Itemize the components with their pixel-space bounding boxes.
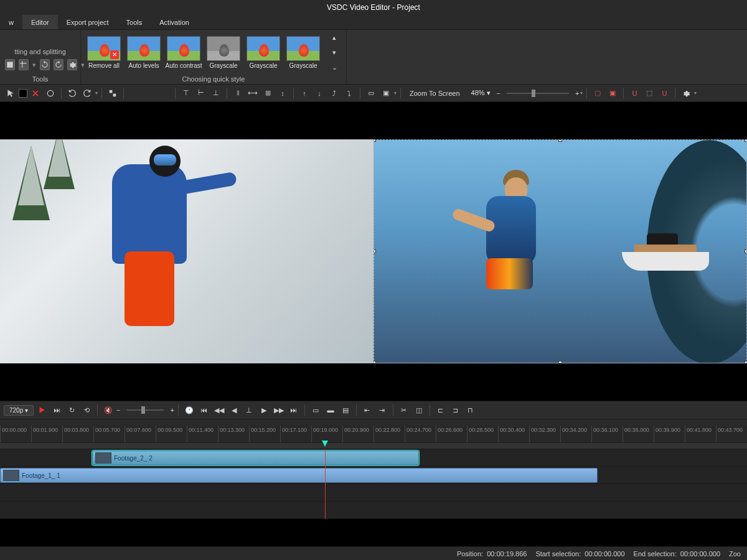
ruler-band[interactable] [0,443,747,449]
align-group-icon[interactable] [106,86,120,100]
crop-tool-icon[interactable] [19,59,29,70]
send-back-icon[interactable]: ⤵ [342,86,356,100]
track-2[interactable] [0,484,747,502]
tl-crop-icon[interactable]: ◫ [412,403,426,417]
ruler-tick: 00:19.000 [311,426,342,442]
clip-footage-1[interactable]: Footage_1_ 1 [0,468,598,483]
align-bottom-icon[interactable]: ⊥ [209,86,223,100]
style-remove-all[interactable]: ✕ Remove all [86,36,122,69]
timeline-tracks[interactable]: Footage_2_ 2 Footage_1_ 1 [0,449,747,519]
arrow-up-icon[interactable]: ↑ [298,86,311,100]
undo-icon[interactable] [65,86,79,100]
preview-clip-left [0,139,374,363]
link-icon[interactable]: ⊐ [449,403,463,417]
track-0[interactable]: Footage_2_ 2 [0,449,747,467]
align-left-icon[interactable] [128,86,141,100]
redo-icon[interactable] [80,86,94,100]
fit-width-icon[interactable]: ⟷ [246,86,260,100]
step-back-icon[interactable]: ◀◀ [212,403,226,417]
tl-view1-icon[interactable]: ▭ [309,403,322,417]
snap-icon[interactable]: ⊏ [434,403,448,417]
distribute-h-icon[interactable]: ⫴ [231,86,245,100]
zoom-value[interactable]: 48% ▾ [466,89,496,97]
playhead[interactable] [325,449,326,519]
clip-footage-2[interactable]: Footage_2_ 2 [92,450,419,465]
color-swatch-black[interactable] [19,89,27,98]
styles-scroll-up-icon[interactable]: ▴ [327,30,341,44]
menu-item-tools[interactable]: Tools [118,15,151,29]
split-icon[interactable]: ✂ [397,403,411,417]
style-grayscale-3[interactable]: Grayscale [285,36,321,69]
bounds-icon[interactable]: ⬚ [642,86,656,100]
track-1[interactable]: Footage_1_ 1 [0,467,747,484]
menu-item-editor[interactable]: Editor [22,15,58,29]
zoom-minus-icon[interactable]: − [497,90,500,97]
selection-handle-nw[interactable] [374,139,376,142]
fit-height-icon[interactable]: ↕ [276,86,289,100]
align-top-icon[interactable]: ⊤ [179,86,193,100]
center-both-icon[interactable]: ⊞ [261,86,275,100]
clock-icon[interactable]: 🕐 [182,403,196,417]
underline-u2-icon[interactable]: U [657,86,671,100]
pointer-tool-icon[interactable] [4,86,17,100]
selection-handle-w[interactable] [374,250,376,253]
tl-view2-icon[interactable]: ▬ [324,403,337,417]
underline-u1-icon[interactable]: U [627,86,641,100]
zoom-slider[interactable] [507,93,569,94]
selection-handle-sw[interactable] [374,361,376,363]
group-icon[interactable]: ⊓ [464,403,477,417]
gear-icon[interactable] [67,59,77,70]
rotate-left-icon[interactable] [40,59,50,70]
align-middle-icon[interactable]: ⊢ [194,86,208,100]
selection-handle-s[interactable] [558,361,562,363]
stop-icon[interactable]: ⊥ [242,403,256,417]
styles-expand-icon[interactable]: ⌄ [327,60,341,74]
style-grayscale-1[interactable]: Grayscale [205,36,242,69]
volume-slider[interactable] [126,409,164,411]
mute-icon[interactable]: 🔇 [101,403,115,417]
preview-clip-right-selected[interactable] [374,139,747,363]
mark-in-icon[interactable]: ⇤ [360,403,374,417]
style-auto-contrast[interactable]: Auto contrast [166,36,202,69]
prev-icon[interactable]: ◀ [227,403,241,417]
selection-handle-ne[interactable] [745,139,747,142]
styles-scroll-down-icon[interactable]: ▾ [327,45,341,59]
circle-tool-icon[interactable] [44,86,57,100]
preview-canvas[interactable] [0,102,747,401]
cut-tool-icon[interactable] [5,59,15,70]
marker-a-icon[interactable]: ▢ [591,86,604,100]
step-fwd-icon[interactable]: ▶▶ [272,403,286,417]
selection-handle-e[interactable] [745,250,747,253]
goto-start-icon[interactable]: ⏮ [197,403,211,417]
layers-icon[interactable]: ▣ [379,86,393,100]
goto-end-icon[interactable]: ⏭ [287,403,301,417]
style-grayscale-2[interactable]: Grayscale [245,36,281,69]
play-icon[interactable] [35,403,49,417]
align-right-icon[interactable] [157,86,171,100]
timeline-ruler[interactable]: 00:00.00000:01.90000:03.80000:05.70000:0… [0,426,747,443]
next-icon[interactable]: ▶ [257,403,271,417]
menu-item-activation[interactable]: Activation [151,15,198,29]
loop-icon[interactable]: ↻ [65,403,78,417]
menu-item-export[interactable]: Export project [58,15,118,29]
align-center-h-icon[interactable] [143,86,156,100]
layer-icon[interactable]: ▭ [364,86,378,100]
menu-item-view[interactable]: w [0,15,22,29]
mark-out-icon[interactable]: ⇥ [375,403,389,417]
next-frame-icon[interactable]: ⏭ [50,403,63,417]
tl-view3-icon[interactable]: ▤ [339,403,352,417]
style-auto-levels[interactable]: Auto levels [126,36,162,69]
bring-front-icon[interactable]: ⤴ [327,86,341,100]
track-3[interactable] [0,502,747,519]
ruler-tick: 00:13.300 [218,426,249,442]
zoom-plus-icon[interactable]: + [575,90,579,97]
delete-icon[interactable] [29,86,42,100]
rotate-right-icon[interactable] [54,59,63,70]
selection-handle-se[interactable] [745,361,747,363]
marker-b-icon[interactable]: ▣ [606,86,619,100]
resolution-button[interactable]: 720p ▾ [4,405,34,416]
arrow-down-icon[interactable]: ↓ [312,86,326,100]
settings-gear-icon[interactable] [679,86,693,100]
loop-section-icon[interactable]: ⟲ [80,403,93,417]
selection-handle-n[interactable] [558,139,562,142]
